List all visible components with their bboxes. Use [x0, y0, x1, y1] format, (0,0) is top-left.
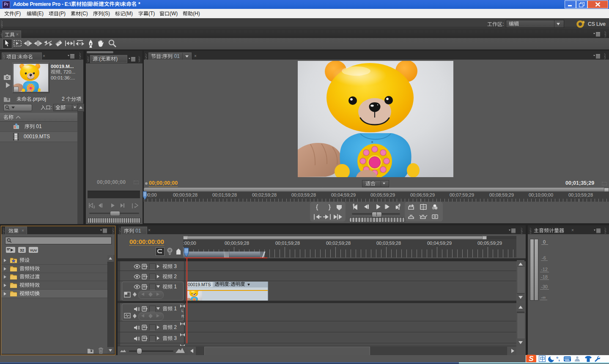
svg-text:32: 32 — [20, 248, 25, 252]
svg-text:YUV: YUV — [30, 249, 37, 252]
